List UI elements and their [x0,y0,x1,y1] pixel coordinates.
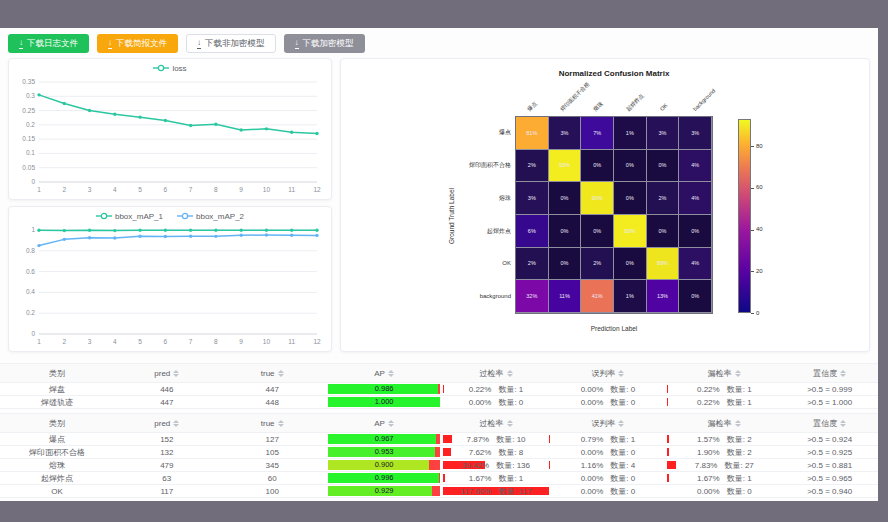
summary-metrics-table: 类别predtrueAP过检率误判率漏检率置信度焊盘4464470.9860.2… [0,363,878,409]
sort-icon[interactable] [173,370,179,377]
line-series-marker-icon [177,212,193,220]
svg-text:2: 2 [62,186,66,193]
matrix-cell: 0% [614,150,647,183]
column-header-pred[interactable]: pred [114,414,219,432]
column-header-miss[interactable]: 漏检率 [667,364,781,382]
sort-icon[interactable] [840,370,846,377]
sort-icon[interactable] [173,420,179,427]
rate-percent: 7.62% [469,448,492,457]
column-header-true[interactable]: true [219,364,324,382]
sort-caret-up-icon [735,370,741,373]
sort-icon[interactable] [278,420,284,427]
table-header-row: 类别predtrueAP过检率误判率漏检率置信度 [0,364,878,383]
column-header-label: pred [154,369,170,378]
rate-percent: 117.00% [460,487,491,496]
matrix-column-label: background [692,87,717,112]
rate-count: 数量: 0 [498,397,523,408]
rate-percent: 0.22% [697,398,720,407]
sort-icon[interactable] [618,370,624,377]
table-row: 熔珠4793450.90039.42%数量: 1361.16%数量: 47.83… [0,459,878,472]
sort-caret-down-icon [507,424,513,427]
class-name-cell: 焊盘 [0,383,114,395]
sort-icon[interactable] [618,420,624,427]
miss-rate-cell: 0.22%数量: 1 [667,383,781,395]
column-header-miss[interactable]: 漏检率 [667,414,781,432]
sort-icon[interactable] [507,420,513,427]
download-report-button[interactable]: ↓下载简报文件 [97,34,178,53]
column-header-overdetect[interactable]: 过检率 [443,364,548,382]
rate-count: 数量: 0 [727,486,752,497]
confidence-cell: >0.5 = 0.925 [781,446,878,458]
column-header-label: 误判率 [591,368,615,379]
rate-values: 117.00%数量: 117 [460,486,531,497]
pred-count-cell: 63 [114,472,219,484]
rate-bar-fill [667,448,669,456]
matrix-row-label: background [341,293,511,299]
rate-percent: 0.00% [581,385,604,394]
misjudge-rate-cell: 0.00%数量: 0 [549,383,668,395]
matrix-cell: 0% [549,215,582,248]
matrix-cell: 2% [516,248,549,281]
matrix-row-label: OK [341,260,511,266]
column-header-confidence[interactable]: 置信度 [781,364,878,382]
sort-caret-down-icon [735,374,741,377]
sort-icon[interactable] [388,420,394,427]
download-unencrypted-model-button[interactable]: ↓下载非加密模型 [186,34,276,53]
sort-icon[interactable] [507,370,513,377]
matrix-cell: 3% [549,117,582,150]
legend-item[interactable]: bbox_mAP_1 [96,212,163,221]
rate-values: 7.87%数量: 10 [467,434,526,445]
rate-count: 数量: 1 [610,434,635,445]
column-header-pred[interactable]: pred [114,364,219,382]
rate-count: 数量: 1 [727,473,752,484]
matrix-cell: 32% [516,280,549,313]
rate-values: 1.67%数量: 1 [697,473,752,484]
column-header-misjudge[interactable]: 误判率 [549,414,668,432]
column-header-label: 漏检率 [708,418,732,429]
rate-count: 数量: 4 [610,460,635,471]
sort-icon[interactable] [735,370,741,377]
rate-values: 0.00%数量: 0 [581,486,636,497]
sort-icon[interactable] [735,420,741,427]
matrix-cell: 4% [679,150,712,183]
misjudge-rate-cell: 0.00%数量: 0 [549,472,668,484]
download-log-button[interactable]: ↓下载日志文件 [8,34,89,53]
column-header-overdetect[interactable]: 过检率 [443,414,548,432]
colorbar-tick-mark [751,271,754,272]
colorbar-tick-label: 40 [756,226,763,232]
matrix-row-label: 熔珠 [341,194,511,203]
sort-caret-down-icon [388,374,394,377]
colorbar-tick-mark [751,230,754,231]
rate-count: 数量: 117 [498,486,531,497]
sort-caret-up-icon [507,370,513,373]
sort-caret-up-icon [507,420,513,423]
sort-icon[interactable] [840,420,846,427]
column-header-ap[interactable]: AP [325,364,444,382]
rate-values: 0.00%数量: 0 [581,384,636,395]
rate-percent: 39.42% [462,461,489,470]
legend-item[interactable]: loss [153,64,186,73]
legend-item[interactable]: bbox_mAP_2 [177,212,244,221]
sort-caret-up-icon [618,420,624,423]
ap-value: 0.967 [328,434,439,444]
pred-count-cell: 117 [114,485,219,497]
svg-text:11: 11 [288,186,295,193]
loss-chart-card: loss00.050.10.150.20.250.30.351234567891… [8,58,332,200]
legend-label: loss [172,64,186,73]
confusion-matrix-card: Normalized Confusion Matrix爆点焊印面积不合格熔珠起焊… [340,58,870,352]
download-encrypted-model-button[interactable]: ↓下载加密模型 [284,34,365,53]
sort-caret-down-icon [173,424,179,427]
sort-icon[interactable] [388,370,394,377]
column-header-misjudge[interactable]: 误判率 [549,364,668,382]
legend-label: bbox_mAP_1 [115,212,163,221]
misjudge-rate-cell: 0.79%数量: 1 [549,433,668,445]
sort-icon[interactable] [278,370,284,377]
rate-count: 数量: 1 [727,397,752,408]
rate-values: 7.62%数量: 8 [469,447,524,458]
rate-values: 0.00%数量: 0 [581,447,636,458]
column-header-true[interactable]: true [219,414,324,432]
column-header-ap[interactable]: AP [325,414,444,432]
rate-count: 数量: 10 [496,434,525,445]
column-header-label: 置信度 [813,418,837,429]
column-header-confidence[interactable]: 置信度 [781,414,878,432]
